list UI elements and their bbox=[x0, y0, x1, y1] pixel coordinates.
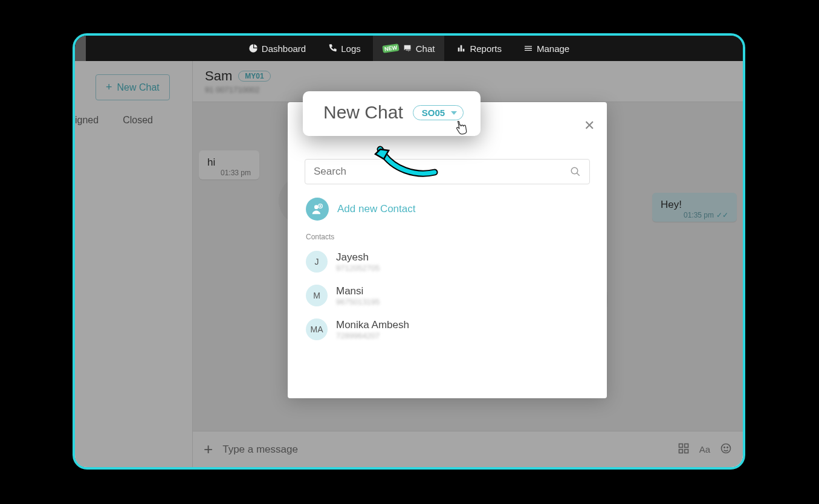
dropdown-value: SO05 bbox=[422, 108, 445, 118]
nav-logs-label: Logs bbox=[341, 44, 361, 54]
contact-sub: 9712052705 bbox=[336, 263, 380, 273]
search-icon bbox=[570, 166, 581, 177]
nav-reports-label: Reports bbox=[470, 44, 502, 54]
contact-name: Jayesh bbox=[336, 251, 380, 263]
new-badge: NEW bbox=[382, 44, 399, 53]
svg-point-9 bbox=[314, 205, 319, 209]
nav-logs[interactable]: Logs bbox=[318, 36, 371, 61]
contact-avatar: J bbox=[306, 251, 328, 273]
app-frame: Dashboard Logs NEW Chat Reports Manage +… bbox=[73, 33, 745, 470]
svg-line-8 bbox=[577, 173, 580, 176]
menu-icon bbox=[523, 44, 533, 53]
svg-point-7 bbox=[571, 167, 578, 174]
contact-avatar: M bbox=[306, 285, 328, 306]
phone-icon bbox=[328, 44, 337, 53]
add-contact-label: Add new Contact bbox=[337, 203, 415, 215]
nav-chat[interactable]: NEW Chat bbox=[373, 36, 445, 61]
contact-row[interactable]: MA Monika Ambesh 7289964207 bbox=[305, 312, 588, 346]
bar-chart-icon bbox=[456, 44, 466, 53]
modal-title: New Chat bbox=[323, 102, 403, 123]
nav-dashboard[interactable]: Dashboard bbox=[239, 36, 316, 61]
nav-reports[interactable]: Reports bbox=[447, 36, 511, 61]
contacts-heading: Contacts bbox=[306, 233, 590, 241]
new-chat-modal: ✕ Add new Contact Contacts J Jayesh 9712… bbox=[288, 102, 607, 398]
profile-avatar-slice bbox=[75, 36, 86, 61]
contact-sub: 7289964207 bbox=[336, 331, 409, 340]
contact-sub: 9675013195 bbox=[336, 297, 380, 306]
nav-dashboard-label: Dashboard bbox=[262, 44, 306, 54]
source-dropdown[interactable]: SO05 bbox=[413, 105, 464, 120]
search-box[interactable] bbox=[305, 159, 590, 184]
contact-avatar: MA bbox=[306, 318, 328, 340]
add-user-icon bbox=[306, 198, 329, 221]
nav-chat-label: Chat bbox=[416, 44, 435, 54]
nav-manage-label: Manage bbox=[537, 44, 569, 54]
contact-row[interactable]: J Jayesh 9712052705 bbox=[305, 245, 588, 279]
top-nav: Dashboard Logs NEW Chat Reports Manage bbox=[75, 36, 743, 61]
contact-name: Mansi bbox=[336, 285, 380, 297]
nav-manage[interactable]: Manage bbox=[514, 36, 579, 61]
pie-chart-icon bbox=[248, 44, 258, 53]
add-contact-button[interactable]: Add new Contact bbox=[306, 198, 590, 221]
contact-row[interactable]: M Mansi 9675013195 bbox=[305, 279, 588, 312]
contact-name: Monika Ambesh bbox=[336, 319, 409, 331]
close-icon[interactable]: ✕ bbox=[584, 118, 595, 134]
contacts-list[interactable]: J Jayesh 9712052705 M Mansi 9675013195 M… bbox=[305, 245, 590, 398]
annotation-arrow-icon bbox=[374, 143, 441, 179]
chat-icon bbox=[403, 44, 412, 53]
